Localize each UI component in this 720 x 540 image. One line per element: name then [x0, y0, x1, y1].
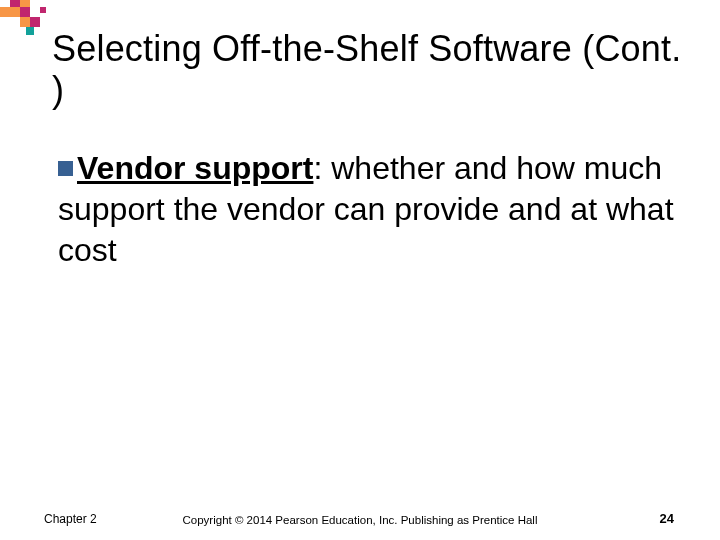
deco-square: [40, 7, 46, 13]
corner-decoration: [0, 0, 50, 40]
deco-square: [20, 17, 30, 27]
page-number: 24: [660, 511, 674, 526]
deco-square: [26, 27, 34, 35]
deco-square: [20, 0, 30, 7]
slide-title: Selecting Off-the-Shelf Software (Cont. …: [52, 28, 700, 111]
bullet-item: Vendor support: whether and how much sup…: [58, 148, 690, 271]
deco-square: [20, 7, 30, 17]
deco-square: [0, 7, 10, 17]
copyright-text: Copyright © 2014 Pearson Education, Inc.…: [0, 514, 720, 526]
square-bullet-icon: [58, 161, 73, 176]
bullet-term: Vendor support: [77, 150, 313, 186]
deco-square: [30, 17, 40, 27]
deco-square: [10, 0, 20, 7]
slide-footer: Chapter 2 Copyright © 2014 Pearson Educa…: [0, 506, 720, 526]
slide-body: Vendor support: whether and how much sup…: [58, 148, 690, 271]
deco-square: [10, 7, 20, 17]
